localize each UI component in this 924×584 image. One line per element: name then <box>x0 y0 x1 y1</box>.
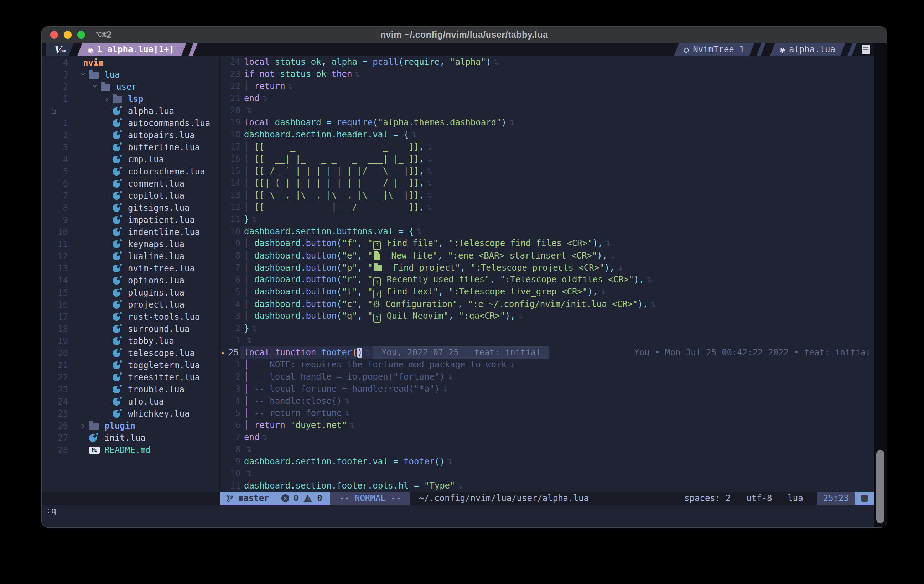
editor-line-6[interactable]: 6│ return "duyet.net"↴ <box>220 419 887 431</box>
editor-line-13[interactable]: 13│ [[ \__,_|\__,_|\__, |\___|\__|]],↴ <box>220 189 887 201</box>
editor-line-4[interactable]: 4│ dashboard.button("c", "⚙ Configuratio… <box>220 298 887 310</box>
tree-item-rust-tools.lua[interactable]: 17rust-tools.lua <box>42 311 219 323</box>
tree-item-plugin[interactable]: 26›plugin <box>42 420 219 432</box>
buffer-tab-alpha[interactable]: ◉ 1 alpha.lua[1+] <box>77 43 186 56</box>
command-line[interactable]: :q <box>42 505 887 517</box>
tree-item-telescope.lua[interactable]: 20telescope.lua <box>42 347 219 359</box>
tree-item-toggleterm.lua[interactable]: 21toggleterm.lua <box>42 359 219 371</box>
chevron-down-icon[interactable]: › <box>77 68 89 80</box>
chevron-down-icon[interactable]: › <box>89 81 101 92</box>
tree-item-cmp.lua[interactable]: 4cmp.lua <box>42 153 219 166</box>
tab-list-button[interactable] <box>862 43 871 56</box>
tree-item-surround.lua[interactable]: 18surround.lua <box>42 323 219 335</box>
tree-item-impatient.lua[interactable]: 9impatient.lua <box>42 214 219 226</box>
line-number: 2 <box>228 371 241 383</box>
tree-line-number: 28 <box>42 444 73 456</box>
editor-line-9[interactable]: 9│ dashboard.button("f", "? Find file", … <box>220 238 887 250</box>
eol-mark-icon: ↴ <box>259 432 267 442</box>
zoom-button[interactable] <box>77 31 85 39</box>
chevron-right-icon[interactable]: › <box>77 420 89 432</box>
tab-nvimtree[interactable]: ○ NvimTree_1 <box>674 43 754 56</box>
circle-outline-icon: ○ <box>684 45 688 54</box>
tree-item-tabby.lua[interactable]: 19tabby.lua <box>42 335 219 347</box>
tree-item-autocommands.lua[interactable]: 1autocommands.lua <box>42 117 219 129</box>
editor-line-10[interactable]: 10↴ <box>220 468 887 480</box>
tree-item-trouble.lua[interactable]: 23trouble.lua <box>42 384 219 396</box>
tree-item-alpha.lua[interactable]: 5alpha.lua <box>42 105 219 117</box>
editor-line-4[interactable]: 4│ -- handle:close()↴ <box>220 395 887 407</box>
tree-item-comment.lua[interactable]: 6comment.lua <box>42 178 219 190</box>
editor-line-7[interactable]: 7end↴ <box>220 431 887 443</box>
tree-item-lsp[interactable]: 1›lsp <box>42 93 219 105</box>
editor-line-5[interactable]: 5│ -- return fortune↴ <box>220 407 887 419</box>
editor-line-3[interactable]: 3│ -- local fortune = handle:read("*a")↴ <box>220 383 887 395</box>
editor-line-16[interactable]: 16│ [[ __| |_ _ _ _ ___| |_ ]],↴ <box>220 153 887 165</box>
tree-item-init.lua[interactable]: 27init.lua <box>42 432 219 444</box>
editor-line-24[interactable]: 24local status_ok, alpha = pcall(require… <box>220 56 887 68</box>
editor-line-2[interactable]: 2│ -- local handle = io.popen("fortune")… <box>220 371 887 383</box>
statusline-sidebar-gap <box>42 492 221 505</box>
editor-line-15[interactable]: 15│ [[ / _` | | | | | | |/ _ \ __|]],↴ <box>220 165 887 177</box>
editor-line-17[interactable]: 17│ [[ _ _ ]],↴ <box>220 141 887 153</box>
tree-line-number: 27 <box>42 432 73 444</box>
editor-line-5[interactable]: 5│ dashboard.button("t", "? Find text", … <box>220 286 887 298</box>
close-button[interactable] <box>50 31 58 39</box>
lua-file-icon <box>112 192 120 200</box>
tree-item-ufo.lua[interactable]: 24ufo.lua <box>42 396 219 408</box>
titlebar[interactable]: ⌥⌘2 nvim ~/.config/nvim/lua/user/tabby.l… <box>42 27 887 43</box>
editor-line-10[interactable]: 10dashboard.section.buttons.val = {↴ <box>220 225 887 238</box>
editor-line-7[interactable]: 7│ dashboard.button("p", " Find project"… <box>220 262 887 274</box>
statusline: master × 0 0 -- NORMAL -- ~/.config/nvim… <box>42 492 887 505</box>
tree-item-autopairs.lua[interactable]: 2autopairs.lua <box>42 129 219 141</box>
tree-item-keymaps.lua[interactable]: 11keymaps.lua <box>42 238 219 250</box>
tree-item-user[interactable]: 2›user <box>42 81 219 93</box>
tree-item-project.lua[interactable]: 16project.lua <box>42 299 219 311</box>
minimize-button[interactable] <box>64 31 72 39</box>
editor-line-19[interactable]: 19local dashboard = require("alpha.theme… <box>220 116 887 129</box>
buffer-tab-label: 1 alpha.lua[1+] <box>97 45 174 54</box>
editor-line-2[interactable]: 2}↴ <box>220 322 887 334</box>
tree-item-colorscheme.lua[interactable]: 5colorscheme.lua <box>42 166 219 178</box>
editor-line-12[interactable]: 12│ [[ |___/ ]],↴ <box>220 201 887 213</box>
editor-line-22[interactable]: 22│ return↴ <box>220 80 887 92</box>
lua-file-icon <box>112 325 120 333</box>
tree-item-gitsigns.lua[interactable]: 8gitsigns.lua <box>42 202 219 214</box>
tree-item-options.lua[interactable]: 14options.lua <box>42 275 219 287</box>
editor-line-3[interactable]: 3│ dashboard.button("q", "? Quit Neovim"… <box>220 310 887 322</box>
tree-item-indentline.lua[interactable]: 10indentline.lua <box>42 226 219 238</box>
tree-item-README.md[interactable]: 28M↓README.md <box>42 444 219 456</box>
tree-item-treesitter.lua[interactable]: 22treesitter.lua <box>42 371 219 384</box>
editor-line-18[interactable]: 18dashboard.section.header.val = {↴ <box>220 129 887 141</box>
editor-line-25[interactable]: ▸25local function footer()↴ You, 2022-07… <box>220 346 887 359</box>
chevron-right-icon[interactable]: › <box>101 93 112 105</box>
editor-line-8[interactable]: 8↴ <box>220 443 887 455</box>
eol-mark-icon: ↴ <box>644 275 652 285</box>
tree-item-whichkey.lua[interactable]: 25whichkey.lua <box>42 408 219 420</box>
tree-item-plugins.lua[interactable]: 15plugins.lua <box>42 287 219 299</box>
editor-line-14[interactable]: 14│ [[| (_| | |_| | |_| | __/ |_ ]],↴ <box>220 177 887 189</box>
editor-line-1[interactable]: 1│ -- NOTE: requires the fortune-mod pac… <box>220 359 887 371</box>
editor-line-11[interactable]: 11dashboard.section.footer.opts.hl = "Ty… <box>220 480 887 492</box>
editor-line-6[interactable]: 6│ dashboard.button("r", "? Recently use… <box>220 274 887 286</box>
editor-line-1[interactable]: 1↴ <box>220 334 887 346</box>
tree-item-bufferline.lua[interactable]: 3bufferline.lua <box>42 141 219 153</box>
editor-pane[interactable]: 24local status_ok, alpha = pcall(require… <box>220 56 887 492</box>
editor-line-8[interactable]: 8│ dashboard.button("e", " New file", ":… <box>220 250 887 262</box>
editor-line-11[interactable]: 11}↴ <box>220 213 887 225</box>
folder-open-icon <box>101 84 111 91</box>
line-number: 4 <box>228 395 241 407</box>
tree-item-nvim-tree.lua[interactable]: 13nvim-tree.lua <box>42 262 219 275</box>
git-branch-segment[interactable]: master × 0 0 <box>221 492 330 505</box>
line-number: 3 <box>228 310 241 322</box>
lua-file-icon <box>112 216 120 224</box>
tree-item-nvim[interactable]: 4nvim <box>42 57 219 69</box>
tree-item-lua[interactable]: 3›lua <box>42 69 219 81</box>
tab-alpha[interactable]: ◉ alpha.lua <box>770 43 845 56</box>
editor-line-21[interactable]: 21end↴ <box>220 92 887 104</box>
tree-item-copilot.lua[interactable]: 7copilot.lua <box>42 190 219 202</box>
editor-line-23[interactable]: 23if not status_ok then↴ <box>220 68 887 80</box>
editor-line-9[interactable]: 9dashboard.section.footer.val = footer()… <box>220 455 887 468</box>
scrollbar-thumb[interactable] <box>876 450 884 523</box>
editor-line-20[interactable]: 20↴ <box>220 104 887 116</box>
tree-item-lualine.lua[interactable]: 12lualine.lua <box>42 250 219 262</box>
